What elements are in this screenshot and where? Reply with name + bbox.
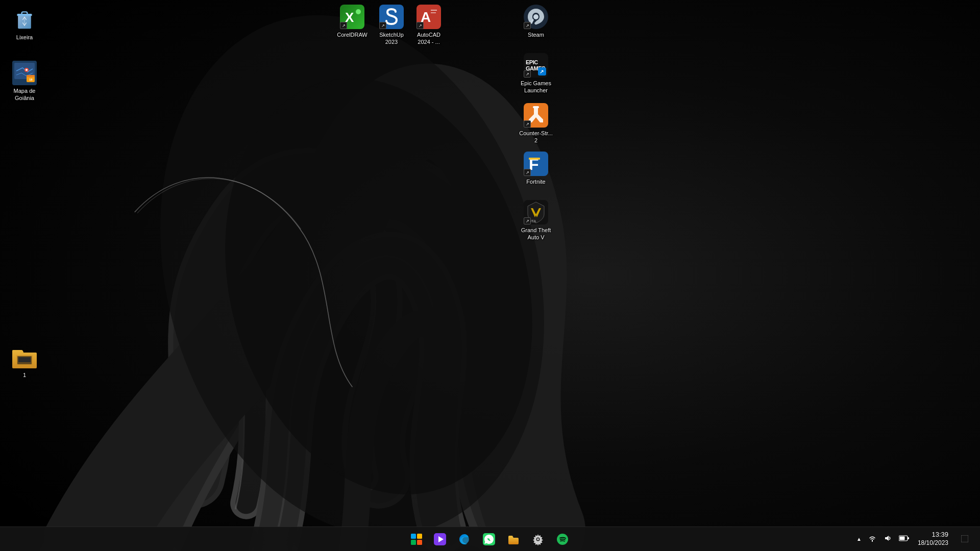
volume-tray-icon[interactable] bbox=[882, 533, 893, 545]
coreldraw-image: X ↗ bbox=[340, 5, 364, 29]
start-button[interactable] bbox=[406, 529, 427, 549]
gta5-icon[interactable]: GTA ↗ Grand Theft Auto V bbox=[516, 198, 556, 243]
taskbar-center bbox=[406, 528, 574, 550]
svg-point-9 bbox=[26, 69, 28, 71]
sketchup-label: SketchUp 2023 bbox=[373, 31, 410, 46]
svg-text:EPIC: EPIC bbox=[526, 59, 538, 65]
taskbar: ▲ bbox=[0, 527, 980, 551]
svg-point-25 bbox=[533, 14, 538, 19]
svg-rect-22 bbox=[431, 10, 437, 11]
svg-rect-40 bbox=[411, 540, 416, 545]
svg-rect-5 bbox=[22, 12, 28, 14]
desktop: Lixeira 18 bbox=[0, 0, 980, 531]
svg-rect-49 bbox=[908, 537, 909, 539]
whatsapp-taskbar[interactable] bbox=[478, 528, 500, 550]
edge-taskbar[interactable] bbox=[453, 528, 476, 550]
autocad-image: A ↗ bbox=[416, 5, 441, 29]
svg-text:↗: ↗ bbox=[540, 69, 544, 74]
svg-text:18: 18 bbox=[29, 78, 33, 81]
svg-point-46 bbox=[537, 538, 539, 540]
gta5-image: GTA ↗ bbox=[524, 200, 548, 224]
svg-rect-11 bbox=[27, 75, 35, 77]
folder-1-icon[interactable]: 1 bbox=[4, 343, 45, 381]
svg-rect-50 bbox=[899, 536, 904, 540]
steam-image: ↗ bbox=[524, 5, 548, 29]
recycle-bin-icon[interactable]: Lixeira bbox=[4, 5, 45, 43]
svg-rect-23 bbox=[431, 12, 436, 13]
steam-label: Steam bbox=[528, 31, 544, 38]
clock-date: 18/10/2023 bbox=[918, 539, 948, 547]
sketchup-image: ↗ bbox=[379, 5, 404, 29]
svg-rect-38 bbox=[411, 534, 416, 539]
settings-taskbar[interactable] bbox=[527, 528, 549, 550]
recycle-bin-label: Lixeira bbox=[16, 34, 33, 41]
mapa-goiania-label: Mapa de Goiânia bbox=[6, 87, 43, 102]
mapa-goiania-icon[interactable]: 18 Mapa de Goiânia bbox=[4, 59, 45, 104]
autocad-icon[interactable]: A ↗ AutoCAD 2024 - ... bbox=[408, 3, 449, 48]
epic-games-icon[interactable]: EPIC GAMES ↗ ↗ Epic Games Launcher bbox=[516, 51, 556, 96]
fortnite-image: F ↗ bbox=[524, 152, 548, 176]
fortnite-icon[interactable]: F ↗ Fortnite bbox=[516, 149, 556, 187]
cs2-label: Counter-Str... 2 bbox=[518, 130, 554, 144]
mapa-goiania-image: 18 bbox=[12, 61, 37, 85]
cs2-image: ↗ bbox=[524, 103, 548, 128]
notification-button[interactable] bbox=[955, 530, 974, 548]
svg-rect-32 bbox=[533, 106, 539, 108]
sketchup-icon[interactable]: ↗ SketchUp 2023 bbox=[371, 3, 412, 48]
spotify-taskbar[interactable] bbox=[551, 528, 574, 550]
svg-rect-35 bbox=[529, 158, 540, 160]
steam-icon[interactable]: ↗ Steam bbox=[516, 3, 556, 40]
explorer-taskbar[interactable] bbox=[502, 528, 525, 550]
taskbar-right: ▲ bbox=[854, 530, 980, 548]
svg-point-18 bbox=[356, 9, 361, 14]
tray-expand-button[interactable]: ▲ bbox=[854, 534, 864, 544]
coreldraw-icon[interactable]: X ↗ CorelDRAW bbox=[332, 3, 373, 40]
autocad-label: AutoCAD 2024 - ... bbox=[410, 31, 447, 46]
epic-games-label: Epic Games Launcher bbox=[518, 80, 554, 94]
clipchamp-taskbar[interactable] bbox=[429, 528, 451, 550]
clock-area[interactable]: 13:39 18/10/2023 bbox=[914, 530, 952, 548]
svg-rect-15 bbox=[18, 357, 31, 362]
cs2-icon[interactable]: ↗ Counter-Str... 2 bbox=[516, 101, 556, 146]
recycle-bin-image bbox=[12, 7, 37, 32]
svg-rect-39 bbox=[417, 534, 422, 539]
svg-rect-41 bbox=[417, 540, 422, 545]
svg-rect-51 bbox=[961, 535, 968, 542]
epic-games-image: EPIC GAMES ↗ ↗ bbox=[524, 53, 548, 78]
system-tray bbox=[867, 533, 911, 545]
folder-1-label: 1 bbox=[23, 371, 26, 379]
fortnite-label: Fortnite bbox=[526, 178, 545, 185]
gta5-label: Grand Theft Auto V bbox=[518, 227, 554, 241]
coreldraw-label: CorelDRAW bbox=[337, 31, 368, 38]
clock-time: 13:39 bbox=[932, 531, 948, 539]
wifi-tray-icon[interactable] bbox=[867, 533, 878, 545]
folder-1-image bbox=[12, 345, 37, 369]
battery-tray-icon[interactable] bbox=[897, 534, 911, 544]
